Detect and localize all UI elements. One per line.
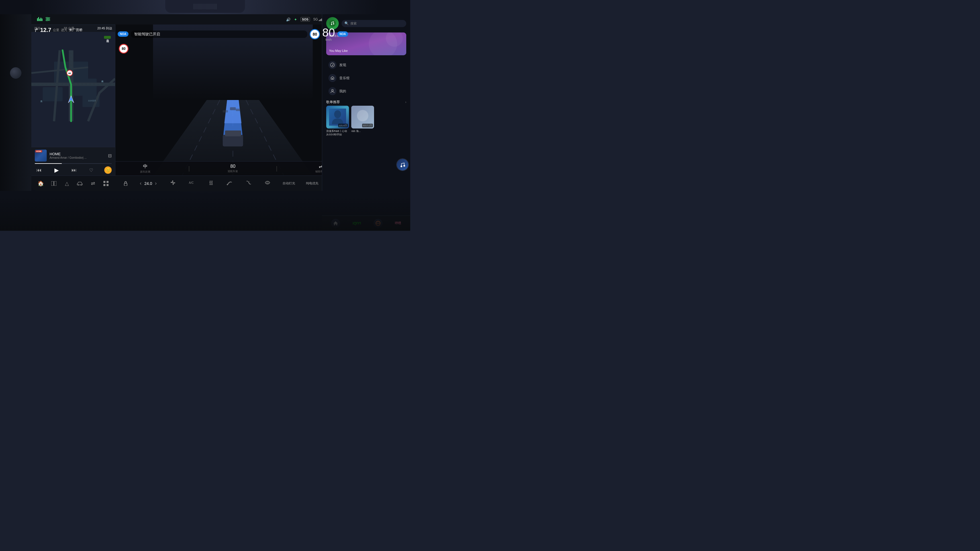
play-button[interactable]: ▶	[53, 166, 60, 174]
car-nav-button[interactable]	[73, 177, 86, 190]
track-info: HOME Armand Amar / Gombodorj ...	[49, 152, 105, 159]
map-view[interactable]: 80 未来科技城 未来视界 方氏渠	[31, 24, 115, 147]
svg-rect-11	[319, 20, 319, 21]
sos-button[interactable]: SOS	[301, 17, 310, 22]
settings-icon	[46, 17, 50, 22]
search-placeholder: 搜索	[350, 21, 357, 25]
svg-point-8	[48, 18, 49, 20]
music-hall-menu-item[interactable]: 音乐馆	[325, 72, 408, 84]
svg-point-56	[329, 20, 336, 27]
nav-speed-value: 80	[231, 164, 235, 169]
home-nav-button[interactable]: 🏠	[35, 177, 47, 190]
music-controls: ⏮ ▶ ⏭ ♡ 😊	[35, 166, 112, 174]
playlist-thumb-1: 121.6万	[326, 106, 349, 129]
svg-point-6	[46, 17, 48, 19]
svg-rect-3	[40, 18, 41, 21]
like-button[interactable]: ♡	[88, 167, 95, 174]
svg-rect-2	[39, 19, 40, 21]
svg-point-66	[334, 110, 341, 118]
lock-control[interactable]	[124, 181, 127, 186]
svg-rect-0	[37, 18, 38, 21]
svg-text:未来视界: 未来视界	[88, 100, 96, 102]
lane-distance-stat: 中 跟车距离	[140, 164, 150, 174]
my-menu-item[interactable]: 我的	[325, 85, 408, 97]
svg-rect-13	[320, 19, 321, 21]
playlist-card-1[interactable]: 121.6万 浪漫系R&B丨心动从0分0秒开始	[326, 106, 349, 136]
svg-point-57	[331, 24, 332, 25]
driving-info-bar: 中 跟车距离 | 80 巡航车速 | ⇌ 辅助驾驶	[115, 161, 350, 175]
mood-button[interactable]: 😊	[104, 166, 112, 174]
control-knob[interactable]	[10, 67, 21, 79]
playlist-section-more[interactable]: ›	[406, 100, 406, 104]
svg-point-45	[81, 184, 82, 185]
equalizer-icon	[37, 17, 43, 22]
driving-assist-panel: NOA 智能驾驶已开启 80 80 km/h NOA 80	[115, 24, 350, 175]
rearview-button[interactable]	[264, 179, 272, 188]
nav-action: 进入	[61, 28, 67, 32]
svg-point-51	[172, 182, 173, 183]
temp-up-button[interactable]: ›	[154, 179, 158, 188]
mirror-button[interactable]	[245, 179, 253, 188]
temp-down-button[interactable]: ‹	[139, 179, 143, 188]
track-artist: Armand Amar / Gombodorj ...	[49, 156, 105, 159]
ac-button[interactable]: A/C	[188, 179, 196, 188]
volume-icon[interactable]: 🔊	[286, 18, 291, 22]
svg-text:80: 80	[68, 72, 71, 75]
svg-rect-46	[103, 181, 105, 183]
svg-point-55	[267, 182, 268, 183]
svg-rect-4	[41, 19, 43, 21]
nav-header: ↱ 12.7 公里 进入 来广营桥	[34, 27, 83, 33]
svg-rect-36	[225, 131, 241, 136]
fan-button[interactable]	[169, 178, 177, 188]
dashboard-left-panel	[0, 14, 31, 191]
nav-nav-button[interactable]: △	[61, 177, 73, 190]
svg-point-68	[357, 110, 368, 121]
music-search-bar[interactable]: 🔍 搜索	[342, 20, 406, 27]
auto-light-button[interactable]: 自动灯光	[283, 181, 295, 185]
discover-menu-item[interactable]: 发现	[325, 59, 408, 71]
svg-rect-37	[230, 107, 235, 110]
album-label: HOME	[35, 150, 42, 153]
playlist-section-title: 歌单推荐	[326, 100, 340, 105]
playlist-grid: 121.6万 浪漫系R&B丨心动从0分0秒开始	[322, 106, 410, 136]
status-bar: 🔊 ✦ SOS 5G 26° 20:20	[31, 14, 350, 24]
bluetooth-icon[interactable]: ✦	[294, 18, 297, 22]
music-player: HOME HOME Armand Amar / Gombodorj ... ⊟ …	[31, 147, 115, 175]
stat-separator-1: |	[188, 165, 190, 172]
svg-rect-63	[332, 78, 333, 80]
split-nav-button[interactable]	[48, 177, 60, 190]
wiper-button[interactable]	[226, 179, 234, 188]
svg-rect-19	[43, 87, 63, 102]
speed-number: 80	[322, 27, 335, 38]
playlist-card-2[interactable]: 3217.1万 r&b 海...	[351, 106, 374, 136]
svg-rect-38	[236, 109, 240, 111]
nav-distance: 12.7	[40, 27, 51, 33]
switch-nav-button[interactable]: ⇌	[87, 177, 99, 190]
main-screen: 🔊 ✦ SOS 5G 26° 20:20 ↱ 12.7	[31, 14, 350, 191]
seat-heat-button[interactable]	[207, 179, 215, 188]
stat-separator-2: |	[276, 165, 277, 172]
svg-rect-39	[223, 110, 228, 113]
nav-speed-label: 巡航车速	[228, 169, 238, 173]
noa-header: NOA 智能驾驶已开启 80 80 km/h NOA	[118, 27, 348, 41]
music-progress-bar[interactable]	[35, 163, 112, 164]
svg-rect-35	[223, 135, 243, 147]
svg-point-64	[332, 89, 333, 91]
next-button[interactable]: ⏭	[70, 167, 78, 174]
playlist-badge-2: 3217.1万	[362, 124, 373, 127]
nav-left-buttons: 🏠 △ ⇌	[31, 177, 115, 190]
music-track-info: HOME HOME Armand Amar / Gombodorj ... ⊟	[35, 150, 112, 162]
prev-button[interactable]: ⏮	[35, 167, 43, 174]
ev-priority-button[interactable]: 纯电优先	[306, 181, 318, 185]
apps-nav-button[interactable]	[100, 177, 112, 190]
nav-right-controls: ‹ 24.0 › A/C	[115, 178, 350, 188]
svg-point-10	[46, 20, 48, 21]
track-menu-icon[interactable]: ⊟	[108, 153, 112, 158]
svg-point-69	[401, 166, 402, 167]
music-side-menu: 发现 音乐馆 我的	[322, 57, 410, 99]
road-speed-sign: 80	[119, 44, 129, 54]
bottom-navigation: 🏠 △ ⇌	[31, 175, 350, 191]
playlist-thumb-2: 3217.1万	[351, 106, 374, 129]
svg-point-44	[78, 184, 79, 185]
music-playing-circle[interactable]	[396, 158, 409, 171]
